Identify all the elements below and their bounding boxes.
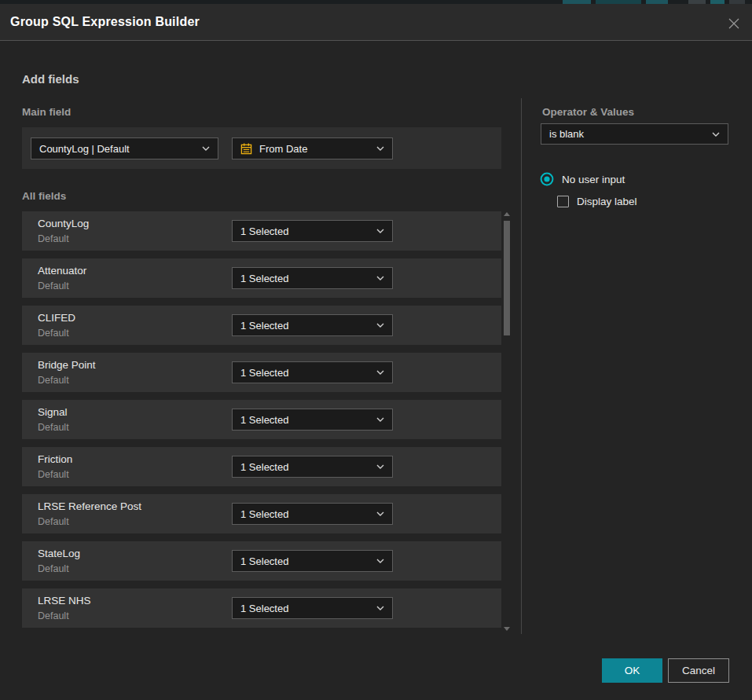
dialog-header: Group SQL Expression Builder xyxy=(0,4,752,41)
display-label-checkbox[interactable]: Display label xyxy=(557,196,637,207)
checkbox-unchecked-icon xyxy=(557,196,569,207)
chevron-down-icon xyxy=(376,417,384,422)
all-fields-heading: All fields xyxy=(22,190,66,202)
field-row: AttenuatorDefault1 Selected xyxy=(22,258,501,298)
operator-dropdown[interactable]: is blank xyxy=(541,123,728,145)
field-row: LRSE Reference PostDefault1 Selected xyxy=(22,494,501,533)
field-row: FrictionDefault1 Selected xyxy=(22,447,501,486)
field-selection-dropdown[interactable]: 1 Selected xyxy=(232,456,393,478)
list-scrollbar[interactable] xyxy=(501,210,512,635)
panel-divider xyxy=(521,98,522,634)
field-name: CLIFED xyxy=(38,312,75,324)
field-name: Attenuator xyxy=(38,265,86,277)
field-name: Friction xyxy=(38,453,72,465)
cancel-button[interactable]: Cancel xyxy=(668,658,729,683)
group-sql-expression-builder-dialog: Group SQL Expression Builder Add fields … xyxy=(0,4,752,700)
scrollbar-thumb[interactable] xyxy=(504,221,510,335)
ok-button[interactable]: OK xyxy=(602,658,662,683)
scrollbar-up-icon[interactable] xyxy=(504,212,510,216)
field-selection-value: 1 Selected xyxy=(240,508,370,520)
radio-selected-icon xyxy=(540,172,554,186)
field-row: Bridge PointDefault1 Selected xyxy=(22,353,501,392)
scrollbar-down-icon[interactable] xyxy=(504,627,510,631)
chevron-down-icon xyxy=(376,511,384,516)
field-row: SignalDefault1 Selected xyxy=(22,400,501,439)
dialog-title: Group SQL Expression Builder xyxy=(10,15,200,29)
field-selection-value: 1 Selected xyxy=(240,225,370,237)
date-field-dropdown-value: From Date xyxy=(259,143,370,155)
field-selection-dropdown[interactable]: 1 Selected xyxy=(232,314,393,336)
field-selection-value: 1 Selected xyxy=(240,603,370,614)
field-type: Default xyxy=(38,610,69,621)
add-fields-heading: Add fields xyxy=(22,72,79,86)
date-field-dropdown[interactable]: From Date xyxy=(232,137,393,159)
field-selection-dropdown[interactable]: 1 Selected xyxy=(232,550,393,572)
field-type: Default xyxy=(38,280,69,291)
field-row: LRSE NHSDefault1 Selected xyxy=(22,588,501,628)
field-type: Default xyxy=(38,233,69,244)
field-name: LRSE Reference Post xyxy=(38,500,141,512)
field-selection-dropdown[interactable]: 1 Selected xyxy=(232,361,393,383)
chevron-down-icon xyxy=(376,229,384,233)
main-field-container: CountyLog | Default From Date xyxy=(22,127,501,169)
field-selection-value: 1 Selected xyxy=(240,320,370,332)
field-selection-dropdown[interactable]: 1 Selected xyxy=(232,220,393,242)
field-name: StateLog xyxy=(38,548,80,559)
display-label-text: Display label xyxy=(577,196,637,207)
chevron-down-icon xyxy=(376,276,384,280)
chevron-down-icon xyxy=(376,370,384,375)
field-selection-value: 1 Selected xyxy=(240,555,370,567)
chevron-down-icon xyxy=(376,559,384,563)
operator-values-heading: Operator & Values xyxy=(542,106,634,118)
field-row: StateLogDefault1 Selected xyxy=(22,541,501,581)
field-selection-value: 1 Selected xyxy=(240,414,370,426)
field-type: Default xyxy=(38,375,69,386)
field-type: Default xyxy=(38,422,69,433)
no-user-input-label: No user input xyxy=(562,174,625,185)
chevron-down-icon xyxy=(712,132,720,137)
field-type: Default xyxy=(38,563,69,574)
field-selection-value: 1 Selected xyxy=(240,273,370,284)
calendar-icon xyxy=(240,143,252,155)
field-selection-value: 1 Selected xyxy=(240,367,370,379)
field-row: CLIFEDDefault1 Selected xyxy=(22,306,501,345)
field-selection-value: 1 Selected xyxy=(240,461,370,473)
field-name: CountyLog xyxy=(38,218,89,229)
layer-dropdown-value: CountyLog | Default xyxy=(39,143,196,155)
no-user-input-radio[interactable]: No user input xyxy=(540,172,625,186)
chevron-down-icon xyxy=(202,146,210,151)
field-selection-dropdown[interactable]: 1 Selected xyxy=(232,503,393,525)
field-selection-dropdown[interactable]: 1 Selected xyxy=(232,597,393,619)
field-type: Default xyxy=(38,516,69,527)
field-name: Bridge Point xyxy=(38,359,96,371)
field-type: Default xyxy=(38,328,69,339)
layer-dropdown[interactable]: CountyLog | Default xyxy=(31,137,218,159)
close-icon[interactable] xyxy=(725,15,743,32)
field-selection-dropdown[interactable]: 1 Selected xyxy=(232,267,393,289)
operator-dropdown-value: is blank xyxy=(549,128,706,140)
main-field-heading: Main field xyxy=(22,106,71,118)
chevron-down-icon xyxy=(376,323,384,328)
chevron-down-icon xyxy=(376,146,384,151)
field-row: CountyLogDefault1 Selected xyxy=(22,211,501,251)
chevron-down-icon xyxy=(376,464,384,469)
field-type: Default xyxy=(38,469,69,480)
chevron-down-icon xyxy=(376,606,384,610)
field-name: LRSE NHS xyxy=(38,595,91,607)
field-selection-dropdown[interactable]: 1 Selected xyxy=(232,409,393,431)
field-name: Signal xyxy=(38,406,68,418)
